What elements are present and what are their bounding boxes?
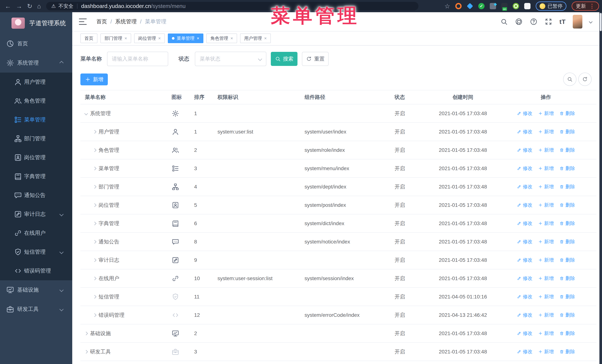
browser-update-button[interactable]: 更新 ⋮ [572,1,599,11]
edit-link[interactable]: 修改 [517,220,533,227]
add-child-link[interactable]: 新增 [538,293,554,300]
extensions-puzzle-icon[interactable] [524,3,530,9]
show-search-icon[interactable] [563,73,576,86]
add-child-link[interactable]: 新增 [538,202,554,208]
close-icon[interactable]: × [264,36,267,41]
chevron-down-icon[interactable] [589,20,592,23]
collapse-sidebar-icon[interactable] [79,19,87,25]
tab-菜单管理[interactable]: 菜单管理× [168,33,203,43]
sidebar-item-角色管理[interactable]: 角色管理 [0,92,72,110]
row-expand-icon[interactable] [93,295,97,299]
reset-button[interactable]: 重置 [302,52,329,66]
edit-link[interactable]: 修改 [517,330,533,337]
app-logo-row[interactable]: 芋道管理系统 [0,12,72,34]
delete-link[interactable]: 删除 [559,257,575,263]
row-expand-icon[interactable] [84,112,88,115]
extension-key-icon[interactable] [513,3,519,9]
status-select[interactable]: 菜单状态 [195,52,266,66]
edit-link[interactable]: 修改 [517,165,533,172]
bookmark-star-icon[interactable]: ☆ [445,2,450,10]
row-expand-icon[interactable] [93,240,97,244]
delete-link[interactable]: 删除 [559,165,575,172]
row-expand-icon[interactable] [93,167,97,170]
sidebar-item-错误码管理[interactable]: 错误码管理 [0,261,72,280]
tab-首页[interactable]: 首页 [80,33,97,43]
delete-link[interactable]: 删除 [559,239,575,245]
page-scrollbar[interactable] [599,12,602,364]
delete-link[interactable]: 删除 [559,110,575,117]
extension-check-icon[interactable]: ✓ [478,3,484,9]
font-size-icon[interactable]: tT [559,18,566,25]
edit-link[interactable]: 修改 [517,239,533,245]
sidebar-item-系统管理[interactable]: 系统管理 [0,53,72,73]
extension-gem-icon[interactable] [467,3,473,9]
row-expand-icon[interactable] [93,222,97,225]
add-child-link[interactable]: 新增 [538,275,554,282]
extension-orange-icon[interactable] [455,3,462,9]
search-button[interactable]: 搜索 [271,52,298,66]
delete-link[interactable]: 删除 [559,275,575,282]
add-child-link[interactable]: 新增 [538,147,554,153]
scrollbar-thumb[interactable] [600,13,602,31]
close-icon[interactable]: × [124,36,127,41]
breadcrumb-system[interactable]: 系统管理 [115,18,137,25]
extension-on-icon[interactable] [501,3,507,9]
tab-部门管理[interactable]: 部门管理× [100,33,131,43]
delete-link[interactable]: 删除 [559,312,575,318]
edit-link[interactable]: 修改 [517,202,533,208]
avatar[interactable] [573,15,582,29]
edit-link[interactable]: 修改 [517,293,533,300]
edit-link[interactable]: 修改 [517,275,533,282]
row-expand-icon[interactable] [93,185,97,189]
add-child-link[interactable]: 新增 [538,184,554,190]
add-child-link[interactable]: 新增 [538,239,554,245]
edit-link[interactable]: 修改 [517,110,533,117]
github-icon[interactable] [515,18,523,26]
home-icon[interactable]: ⌂ [37,3,41,9]
delete-link[interactable]: 删除 [559,147,575,153]
delete-link[interactable]: 删除 [559,184,575,190]
add-child-link[interactable]: 新增 [538,348,554,355]
row-expand-icon[interactable] [93,203,97,207]
sidebar-item-基础设施[interactable]: 基础设施 [0,280,72,300]
tab-岗位管理[interactable]: 岗位管理× [134,33,165,43]
help-icon[interactable] [530,18,538,26]
delete-link[interactable]: 删除 [559,202,575,208]
row-expand-icon[interactable] [93,313,97,317]
back-icon[interactable]: ← [5,3,11,9]
add-child-link[interactable]: 新增 [538,220,554,227]
forward-icon[interactable]: → [16,3,22,9]
delete-link[interactable]: 删除 [559,348,575,355]
sidebar-item-审计日志[interactable]: 审计日志 [0,205,72,224]
close-icon[interactable]: × [197,36,199,41]
delete-link[interactable]: 删除 [559,330,575,337]
sidebar-item-在线用户[interactable]: 在线用户 [0,224,72,242]
row-expand-icon[interactable] [93,148,97,152]
row-expand-icon[interactable] [93,277,97,280]
close-icon[interactable]: × [230,36,233,41]
sidebar-item-字典管理[interactable]: 字典管理 [0,167,72,186]
paused-extension-badge[interactable]: 已暂停 [536,1,566,11]
add-child-link[interactable]: 新增 [538,330,554,337]
add-child-link[interactable]: 新增 [538,165,554,172]
sidebar-item-首页[interactable]: 首页 [0,34,72,53]
search-icon[interactable] [500,18,508,26]
menu-name-input[interactable] [107,52,168,66]
sidebar-item-研发工具[interactable]: 研发工具 [0,300,72,319]
tab-用户管理[interactable]: 用户管理× [240,33,271,43]
add-child-link[interactable]: 新增 [538,110,554,117]
fullscreen-icon[interactable] [545,18,552,26]
url-bar[interactable]: ⚠ 不安全 dashboard.yudao.iocoder.cn /system… [46,2,419,10]
edit-link[interactable]: 修改 [517,147,533,153]
sidebar-item-短信管理[interactable]: 短信管理 [0,242,72,261]
add-button[interactable]: 新增 [80,73,108,85]
edit-link[interactable]: 修改 [517,312,533,318]
breadcrumb-home[interactable]: 首页 [96,18,107,25]
row-expand-icon[interactable] [93,258,97,262]
sidebar-item-岗位管理[interactable]: 岗位管理 [0,148,72,167]
add-child-link[interactable]: 新增 [538,312,554,318]
sidebar-item-菜单管理[interactable]: 菜单管理 [0,110,72,129]
add-child-link[interactable]: 新增 [538,257,554,263]
sidebar-item-用户管理[interactable]: 用户管理 [0,73,72,92]
edit-link[interactable]: 修改 [517,184,533,190]
